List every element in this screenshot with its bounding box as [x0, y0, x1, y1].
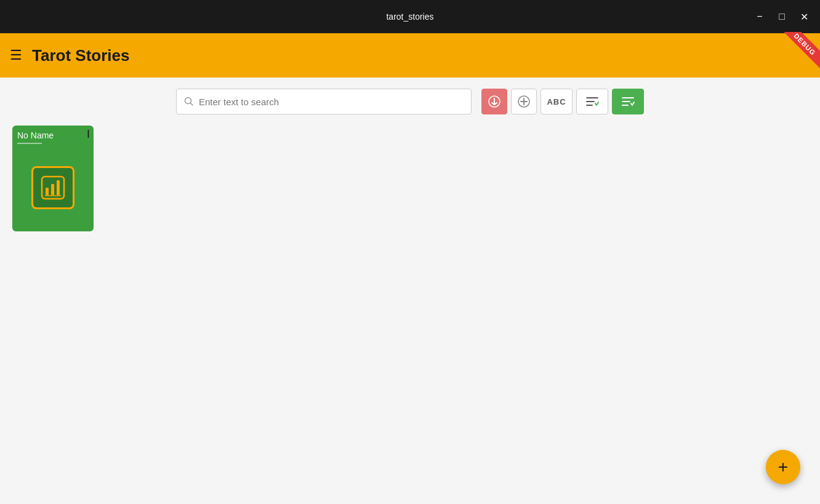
add-button[interactable] [511, 89, 537, 114]
story-card[interactable]: I No Name [12, 126, 94, 231]
toolbar-buttons: ABC [481, 89, 644, 114]
svg-rect-18 [57, 180, 60, 195]
bar-chart-icon [39, 174, 66, 201]
search-container [176, 89, 472, 114]
toolbar: ABC [0, 78, 820, 126]
cursor-indicator: I [87, 128, 90, 141]
svg-rect-17 [51, 184, 54, 195]
story-card-name: No Name [17, 130, 54, 140]
debug-badge: DEBUG [784, 32, 820, 69]
titlebar: tarot_stories − □ ✕ [0, 0, 820, 33]
filter-button[interactable] [576, 89, 608, 114]
minimize-button[interactable]: − [751, 8, 768, 25]
fab-add-button[interactable]: + [766, 450, 800, 484]
debug-label: DEBUG [784, 32, 820, 68]
search-input[interactable] [199, 97, 464, 107]
story-card-icon-area [17, 149, 89, 226]
check-all-button[interactable] [612, 89, 644, 114]
app-header: ☰ Tarot Stories DEBUG [0, 33, 820, 78]
svg-line-1 [191, 103, 193, 106]
menu-icon[interactable]: ☰ [10, 47, 22, 63]
app-title: Tarot Stories [32, 46, 129, 65]
close-button[interactable]: ✕ [795, 8, 813, 25]
window-title: tarot_stories [386, 12, 433, 22]
text-format-button[interactable]: ABC [541, 89, 573, 114]
maximize-button[interactable]: □ [773, 8, 790, 25]
svg-rect-16 [46, 188, 49, 195]
story-card-icon-box [31, 166, 74, 209]
search-icon [184, 97, 194, 106]
window-controls: − □ ✕ [751, 8, 813, 25]
cards-grid: I No Name [0, 126, 820, 231]
story-card-divider [17, 143, 42, 144]
main-content: ABC [0, 78, 820, 504]
primary-action-button[interactable] [481, 89, 507, 114]
